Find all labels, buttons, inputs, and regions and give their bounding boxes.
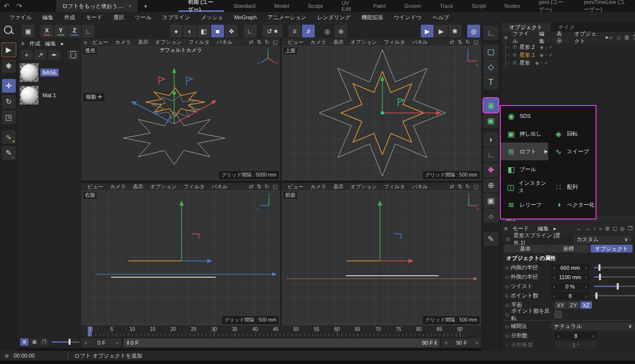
popup-item-sds[interactable]: ◉ SDS xyxy=(501,107,548,125)
model-mode-icon[interactable]: ❖ xyxy=(225,25,238,37)
viewport-menu-item[interactable]: ビュー xyxy=(84,183,107,190)
status-menu-icon[interactable]: ≡ xyxy=(0,352,14,360)
popup-item-sweep[interactable]: ∿ スイープ xyxy=(548,143,596,160)
redo-icon[interactable]: ↷ xyxy=(13,2,26,10)
tab-object[interactable]: オブジェクト xyxy=(591,245,633,253)
om-menu-edit[interactable]: 編集 xyxy=(535,30,552,45)
magnet-snap-icon[interactable]: ↺ ✱ xyxy=(262,25,282,37)
orbit-icon[interactable]: ↻ xyxy=(465,39,470,45)
quantize-grid-icon[interactable]: # xyxy=(288,25,301,37)
forward-icon[interactable]: → xyxy=(585,225,590,232)
layout-tab[interactable]: Script xyxy=(462,0,495,12)
maximize-viewport-icon[interactable]: ◱ xyxy=(273,39,278,45)
object-row[interactable]: ☆ 星形.2 ◈∶✓ xyxy=(501,43,635,51)
object-row[interactable]: ☆ 星形.1 ◈∶✓ xyxy=(501,51,635,59)
viewport-menu-item[interactable]: 表示 xyxy=(330,39,347,46)
menu-item[interactable]: ヘルプ xyxy=(427,14,455,21)
current-frame-stepper[interactable]: ‹ 0 F › xyxy=(81,338,121,347)
spline-primitive-icon[interactable]: ▢ xyxy=(484,44,498,59)
maximize-viewport-icon[interactable]: ◱ xyxy=(474,183,479,190)
tab-coordinates[interactable]: 座標 xyxy=(547,245,589,253)
undo-icon[interactable]: ↶ xyxy=(0,2,13,10)
enable-check-icon[interactable]: ✓ xyxy=(549,44,553,50)
menu-item[interactable]: MoGraph xyxy=(228,14,262,20)
viewport-menu-item[interactable]: パネル xyxy=(208,183,231,190)
load-material-button[interactable]: ↗ xyxy=(35,50,46,60)
plane-xz-button[interactable]: XZ xyxy=(580,301,592,309)
pan-icon[interactable]: ⇄ xyxy=(249,183,253,190)
deformer-icon[interactable]: ◗ xyxy=(484,132,498,146)
popup-item-loft[interactable]: ≣ ロフト ➤ xyxy=(501,143,548,160)
twist-stepper[interactable]: ‹0 %› xyxy=(551,283,590,290)
popup-item-extrude[interactable]: ▣ 押し出し xyxy=(501,125,548,143)
viewport-menu-item[interactable]: ビュー xyxy=(284,183,307,190)
new-document-tab-button[interactable]: + xyxy=(138,2,153,10)
orbit-icon[interactable]: ↻ xyxy=(465,183,470,190)
material-preview-sphere[interactable] xyxy=(20,63,38,82)
object-name[interactable]: 星形.2 xyxy=(520,43,535,51)
layout-tab[interactable]: UV Edit xyxy=(332,0,364,12)
render-view-icon[interactable]: ▶ xyxy=(421,25,434,37)
pan-icon[interactable]: ⇄ xyxy=(249,39,253,45)
attr-menu-burger-icon[interactable]: ≡ xyxy=(504,225,507,231)
key-diamond-icon[interactable]: ◇ xyxy=(503,324,511,329)
visibility-dots-icon[interactable]: ∶ xyxy=(541,60,542,66)
delete-material-icon[interactable] xyxy=(67,50,79,60)
viewport-menu-item[interactable]: フィルタ xyxy=(380,183,409,190)
text-object-icon[interactable]: T xyxy=(484,75,498,89)
menu-item[interactable]: 機能拡張 xyxy=(356,14,388,21)
layer-icon[interactable]: ◈ xyxy=(535,60,539,66)
viewport-menu-burger-icon[interactable]: ≡ xyxy=(84,39,87,45)
viewport-solo-icon[interactable]: ▣ xyxy=(22,25,35,37)
null-ring-icon[interactable]: ◎ xyxy=(321,25,334,37)
plane-xy-button[interactable]: XY xyxy=(555,301,566,309)
attr-menu-mode[interactable]: モード xyxy=(508,225,533,232)
filter-icon[interactable]: ≣ xyxy=(624,34,629,41)
home-icon[interactable]: ⌂ xyxy=(617,34,620,41)
tweak-tool-icon[interactable]: ✱ xyxy=(2,59,16,73)
layout-tab[interactable]: Nodes xyxy=(495,0,529,12)
viewport-menu-item[interactable]: 表示 xyxy=(134,39,151,46)
menu-item[interactable]: メッシュ xyxy=(195,14,228,21)
om-menu-more-icon[interactable]: ▸ xyxy=(606,34,609,40)
viewport-menu-item[interactable]: ビュー xyxy=(89,39,112,46)
axis-modify-icon[interactable]: ∟ xyxy=(484,147,498,162)
outer-radius-slider[interactable] xyxy=(594,273,635,281)
om-menu-file[interactable]: ファイル xyxy=(508,30,534,45)
layout-tab[interactable]: Model xyxy=(265,0,299,12)
viewport-menu-item[interactable]: フィルタ xyxy=(380,39,409,46)
detach-window-icon[interactable]: ❐ xyxy=(633,34,635,41)
light-icon[interactable]: ☼ xyxy=(484,209,498,223)
layer-icon[interactable]: ◈ xyxy=(540,52,544,58)
key-diamond-icon[interactable]: ◇ xyxy=(503,293,511,298)
layout-tab[interactable]: Standard xyxy=(224,0,265,12)
camera-label[interactable]: デフォルトカメラ xyxy=(160,47,202,54)
menu-item[interactable]: モード xyxy=(80,14,108,21)
lock-icon[interactable]: ◻ xyxy=(612,225,617,232)
material-preview-sphere[interactable] xyxy=(20,86,38,105)
material-menu-create[interactable]: 作成 xyxy=(29,40,40,47)
popup-item-vectorize[interactable]: ◑ ベクター化 xyxy=(548,196,596,214)
polygons-mode-icon[interactable]: ◧ xyxy=(197,25,210,37)
material-item[interactable]: BASE xyxy=(18,61,82,84)
lock-z-axis-button[interactable]: Z xyxy=(68,25,81,37)
point-count-stepper[interactable]: ‹8› xyxy=(551,292,590,299)
frame-prev-icon[interactable]: ‹ xyxy=(85,340,87,346)
enable-check-icon[interactable]: ✓ xyxy=(544,60,548,66)
workplane-icon[interactable]: ∟ xyxy=(244,25,257,37)
maximize-viewport-icon[interactable]: ◱ xyxy=(273,183,278,190)
coordinate-system-icon[interactable]: ∟ xyxy=(82,25,95,37)
back-icon[interactable]: ← xyxy=(576,225,582,232)
annotate-icon[interactable]: ✎ xyxy=(484,232,498,246)
lock-x-axis-button[interactable]: X xyxy=(40,25,53,37)
dolly-icon[interactable]: ⇅ xyxy=(257,183,261,190)
dolly-icon[interactable]: ⇅ xyxy=(257,39,261,45)
menu-item[interactable]: スプライン xyxy=(157,14,195,21)
key-diamond-icon[interactable]: ◇ xyxy=(503,265,511,270)
inner-radius-stepper[interactable]: ‹660 mm› xyxy=(551,264,590,271)
generators-icon[interactable]: ◉ xyxy=(484,98,498,112)
primitive-cube-icon[interactable]: ◇ xyxy=(484,60,498,74)
om-menu-view[interactable]: 表示 xyxy=(553,30,569,45)
material-layer-view-icon[interactable]: ❐ xyxy=(40,338,48,346)
viewport-menu-item[interactable]: 表示 xyxy=(330,183,347,190)
